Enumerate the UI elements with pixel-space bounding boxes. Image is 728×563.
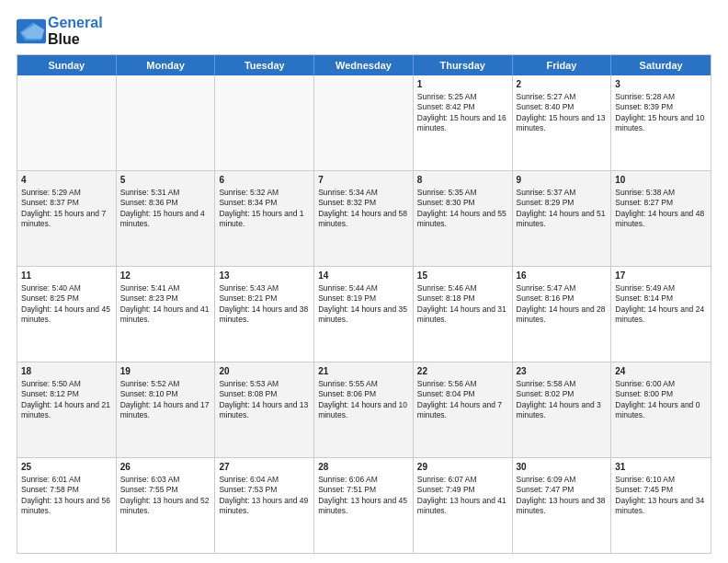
day-cell-24: 24Sunrise: 6:00 AMSunset: 8:00 PMDayligh… [611,362,711,457]
day-info-line: Daylight: 15 hours and 13 minutes. [517,113,608,134]
day-number: 19 [120,365,211,378]
day-info-line: Daylight: 14 hours and 51 minutes. [517,209,608,230]
day-info-line: Sunrise: 6:01 AM [21,475,112,485]
day-info-line: Daylight: 14 hours and 17 minutes. [120,400,211,421]
weekday-header-friday: Friday [513,55,612,75]
weekday-header-monday: Monday [117,55,216,75]
day-number: 23 [517,365,608,378]
day-cell-7: 7Sunrise: 5:34 AMSunset: 8:32 PMDaylight… [314,171,414,266]
day-info-line: Sunset: 8:37 PM [21,198,112,208]
day-info-line: Sunrise: 6:04 AM [219,475,310,485]
day-cell-13: 13Sunrise: 5:43 AMSunset: 8:21 PMDayligh… [215,267,314,362]
day-number: 5 [120,174,211,187]
day-info-line: Daylight: 13 hours and 41 minutes. [417,496,508,517]
day-info-line: Sunrise: 5:28 AM [615,92,707,102]
weekday-header-thursday: Thursday [414,55,513,75]
calendar-row-4: 18Sunrise: 5:50 AMSunset: 8:12 PMDayligh… [17,362,711,458]
day-info-line: Sunrise: 5:37 AM [517,188,608,198]
day-info-line: Sunset: 8:27 PM [615,198,707,208]
day-info-line: Daylight: 14 hours and 10 minutes. [318,400,409,421]
day-info-line: Sunrise: 5:25 AM [417,92,508,102]
day-info-line: Daylight: 14 hours and 55 minutes. [417,209,508,230]
day-info-line: Sunrise: 5:34 AM [318,188,409,198]
day-number: 1 [417,78,508,91]
header: General Blue [17,15,711,47]
day-info-line: Daylight: 14 hours and 21 minutes. [21,400,112,421]
calendar-body: 1Sunrise: 5:25 AMSunset: 8:42 PMDaylight… [17,75,711,553]
calendar-row-1: 1Sunrise: 5:25 AMSunset: 8:42 PMDaylight… [17,75,711,171]
weekday-header-tuesday: Tuesday [215,55,314,75]
day-info-line: Daylight: 15 hours and 1 minute. [219,209,310,230]
day-number: 31 [615,461,707,474]
day-info-line: Sunset: 8:14 PM [615,293,707,304]
logo: General Blue [17,15,103,47]
day-number: 28 [318,461,409,474]
day-cell-22: 22Sunrise: 5:56 AMSunset: 8:04 PMDayligh… [414,362,513,457]
day-info-line: Sunset: 8:40 PM [517,102,608,112]
day-info-line: Sunset: 7:49 PM [417,485,508,495]
day-cell-17: 17Sunrise: 5:49 AMSunset: 8:14 PMDayligh… [611,267,711,362]
day-info-line: Sunrise: 5:58 AM [517,379,608,389]
day-info-line: Sunrise: 5:27 AM [517,92,608,102]
empty-cell [117,75,216,170]
day-cell-6: 6Sunrise: 5:32 AMSunset: 8:34 PMDaylight… [215,171,314,266]
day-info-line: Daylight: 13 hours and 49 minutes. [219,496,310,517]
day-info-line: Sunset: 7:55 PM [120,485,211,495]
day-number: 25 [21,461,112,474]
day-info-line: Daylight: 14 hours and 0 minutes. [615,400,707,421]
empty-cell [314,75,414,170]
day-cell-8: 8Sunrise: 5:35 AMSunset: 8:30 PMDaylight… [414,171,513,266]
day-number: 16 [517,270,608,282]
day-number: 26 [120,461,211,474]
calendar-row-3: 11Sunrise: 5:40 AMSunset: 8:25 PMDayligh… [17,267,711,362]
day-info-line: Sunset: 7:53 PM [219,485,310,495]
logo-icon [17,18,46,44]
day-info-line: Sunrise: 6:07 AM [417,475,508,485]
calendar-row-5: 25Sunrise: 6:01 AMSunset: 7:58 PMDayligh… [17,458,711,553]
day-info-line: Sunset: 8:32 PM [318,198,409,208]
day-number: 17 [615,270,707,282]
day-info-line: Daylight: 14 hours and 45 minutes. [21,304,112,326]
day-info-line: Daylight: 14 hours and 41 minutes. [120,304,211,326]
day-cell-5: 5Sunrise: 5:31 AMSunset: 8:36 PMDaylight… [117,171,216,266]
day-number: 8 [417,174,508,187]
day-cell-4: 4Sunrise: 5:29 AMSunset: 8:37 PMDaylight… [17,171,117,266]
day-number: 14 [318,270,409,282]
day-info-line: Sunrise: 5:35 AM [417,188,508,198]
day-info-line: Daylight: 14 hours and 38 minutes. [219,304,310,326]
day-info-line: Sunrise: 6:03 AM [120,475,211,485]
day-cell-16: 16Sunrise: 5:47 AMSunset: 8:16 PMDayligh… [513,267,612,362]
day-info-line: Sunset: 8:34 PM [219,198,310,208]
day-info-line: Sunset: 8:25 PM [21,293,112,304]
day-info-line: Sunset: 8:08 PM [219,389,310,399]
day-cell-21: 21Sunrise: 5:55 AMSunset: 8:06 PMDayligh… [314,362,414,457]
day-cell-19: 19Sunrise: 5:52 AMSunset: 8:10 PMDayligh… [117,362,216,457]
day-info-line: Sunrise: 6:06 AM [318,475,409,485]
day-info-line: Sunset: 8:21 PM [219,293,310,304]
day-info-line: Sunset: 7:47 PM [517,485,608,495]
day-info-line: Sunset: 8:06 PM [318,389,409,399]
day-info-line: Daylight: 14 hours and 31 minutes. [417,304,508,326]
empty-cell [17,75,117,170]
day-number: 3 [615,78,707,91]
day-cell-3: 3Sunrise: 5:28 AMSunset: 8:39 PMDaylight… [611,75,711,170]
day-number: 7 [318,174,409,187]
day-cell-23: 23Sunrise: 5:58 AMSunset: 8:02 PMDayligh… [513,362,612,457]
empty-cell [215,75,314,170]
day-number: 22 [417,365,508,378]
day-number: 13 [219,270,310,282]
day-info-line: Sunset: 8:00 PM [615,389,707,399]
day-info-line: Sunrise: 5:41 AM [120,283,211,293]
day-info-line: Sunrise: 5:46 AM [417,283,508,293]
day-number: 10 [615,174,707,187]
day-info-line: Daylight: 13 hours and 45 minutes. [318,496,409,517]
day-info-line: Sunset: 8:16 PM [517,293,608,304]
day-info-line: Sunrise: 5:38 AM [615,188,707,198]
day-info-line: Daylight: 13 hours and 34 minutes. [615,496,707,517]
day-cell-20: 20Sunrise: 5:53 AMSunset: 8:08 PMDayligh… [215,362,314,457]
day-info-line: Sunset: 8:18 PM [417,293,508,304]
weekday-header-sunday: Sunday [17,55,117,75]
day-info-line: Sunrise: 6:09 AM [517,475,608,485]
day-info-line: Sunset: 8:36 PM [120,198,211,208]
day-info-line: Sunset: 8:12 PM [21,389,112,399]
